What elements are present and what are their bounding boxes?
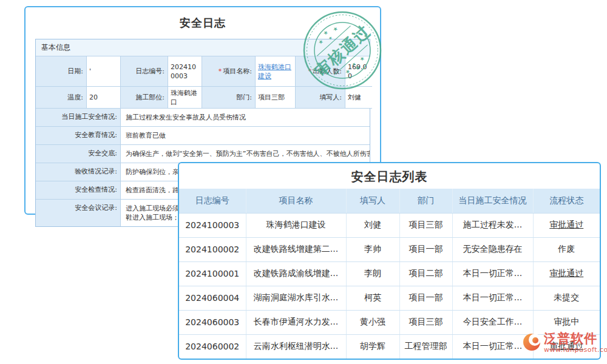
field-label: *项目名称: [202,56,256,87]
writer-link[interactable]: 柯英 [346,286,399,310]
field-label-text: 施工部位: [135,93,164,102]
dept-cell: 项目一部 [399,286,452,310]
field-label-text: 部门: [236,93,252,102]
dept-cell: 项目三部 [399,310,452,334]
table-row: 2024100002改建铁路线增建第二...李帅项目一部无安全隐患存在作废 [179,237,600,261]
field-value: 珠海鹤港口 [168,87,202,109]
dept-cell: 项目三部 [399,213,452,237]
field-value: 珠海鹤港口建设 [256,56,296,87]
column-header: 日志编号 [179,189,246,213]
detail-label: 安全检查情况: [36,181,121,199]
dept-cell: 项目二部 [399,261,452,286]
safety-status-cell: 本日一切正常... [452,286,533,310]
required-marker: * [219,67,222,76]
field-label: 部门: [202,87,256,109]
writer-link[interactable]: 黄小强 [346,310,399,334]
workflow-status-link[interactable]: 审批通过 [533,213,600,237]
writer-link[interactable]: 李帅 [346,237,399,261]
log-id-link[interactable]: 2024060004 [179,286,246,310]
log-id-link[interactable]: 2024060002 [179,334,246,359]
writer-link[interactable]: 胡学辉 [346,334,399,359]
field-value-text: 刘健 [348,93,361,102]
column-header: 项目名称 [246,189,346,213]
workflow-status-link[interactable]: 未提交 [533,286,600,310]
writer-link[interactable]: 刘健 [346,213,399,237]
project-link[interactable]: 珠海鹤港口建设 [246,213,346,237]
project-name-link[interactable]: 珠海鹤港口建设 [258,62,293,81]
detail-label: 安全会议记录: [36,200,121,226]
field-label-text: 项目名称: [223,67,252,76]
detail-value: 班前教育已做 [121,127,370,144]
field-label: 日期: [36,56,87,87]
column-header: 当日施工安全情况 [452,189,533,213]
table-row: 2024060003长春市伊通河水力发...黄小强项目三部今日安全工作...审批… [179,310,600,334]
column-header: 流程状态 [533,189,600,213]
safety-status-cell: 施工过程未发... [452,213,533,237]
field-label-text: 出勤人数: [313,67,342,76]
field-value-text: 珠海鹤港口 [171,89,199,107]
project-link[interactable]: 改建铁路成渝线增建... [246,261,346,286]
fanpu-watermark: 泛普软件 www.fanpusoft.com [522,331,607,354]
field-label-text: 温度: [67,93,83,102]
field-value: 2024100003 [168,56,202,87]
form-detail-row: 安全教育情况:班前教育已做 [36,127,370,145]
safety-status-cell: 本日一切正常... [452,334,533,359]
field-label: 日志编号: [121,56,168,87]
detail-label: 安全教育情况: [36,127,121,144]
field-value: 20 [87,87,121,109]
project-link[interactable]: 云南水利枢纽潜明水... [246,334,346,359]
log-id-link[interactable]: 2024060003 [179,310,246,334]
project-link[interactable]: 湖南洞庭湖水库引水... [246,286,346,310]
field-label: 填写人: [296,87,345,109]
field-value-text: 项目三部 [258,93,285,102]
table-row: 2024100003珠海鹤港口建设刘健项目三部施工过程未发...审批通过 [179,213,600,237]
watermark-brand: 泛普软件 [544,331,607,346]
form-field-grid: 日期:'日志编号:2024100003*项目名称:珠海鹤港口建设*出勤人数:16… [36,56,370,109]
detail-label: 验收情况记录: [36,163,121,181]
column-header: 部门 [399,189,452,213]
log-id-link[interactable]: 2024100001 [179,261,246,286]
workflow-status-link[interactable]: 审批通过 [533,261,600,286]
field-value-text: ' [89,67,91,76]
log-id-link[interactable]: 2024100003 [179,213,246,237]
list-title: 安全日志列表 [179,163,600,189]
form-detail-row: 当日施工安全情况:施工过程未发生安全事故及人员受伤情况 [36,109,370,127]
project-link[interactable]: 长春市伊通河水力发... [246,310,346,334]
safety-status-cell: 今日安全工作... [452,310,533,334]
safety-status-cell: 本日一切正常... [452,261,533,286]
page: 安全日志 基本信息 日期:'日志编号:2024100003*项目名称:珠海鹤港口… [0,0,607,364]
field-label: 施工部位: [121,87,168,109]
detail-label: 安全交底: [36,145,121,163]
field-value: ' [87,56,121,87]
required-marker: * [308,67,312,76]
table-row: 2024060004湖南洞庭湖水库引水...柯英项目一部本日一切正常...未提交 [179,286,600,310]
field-label-text: 日期: [67,67,83,76]
workflow-status-link[interactable]: 作废 [533,237,600,261]
field-label-text: 填写人: [319,93,342,102]
detail-value: 为确保生产，做到“安全第一、预防为主”不伤害自己，不伤害他人、不被他人所伤害。 [121,145,370,163]
dept-cell: 项目一部 [399,237,452,261]
writer-link[interactable]: 李朗 [346,261,399,286]
field-value: 项目三部 [256,87,296,109]
table-row: 2024100001改建铁路成渝线增建...李朗项目二部本日一切正常...审批通… [179,261,600,286]
watermark-url: www.fanpusoft.com [544,346,607,354]
dept-cell: 工程管理部 [399,334,452,359]
column-header: 填写人 [346,189,399,213]
safety-log-list-window: 安全日志列表 日志编号项目名称填写人部门当日施工安全情况流程状态 2024100… [178,162,601,360]
workflow-status-link[interactable]: 审批中 [533,310,600,334]
field-label: *出勤人数: [296,56,345,87]
field-value-text: 20 [89,93,98,102]
field-value: 刘健 [345,87,372,109]
safety-status-cell: 无安全隐患存在 [452,237,533,261]
form-detail-row: 安全交底:为确保生产，做到“安全第一、预防为主”不伤害自己，不伤害他人、不被他人… [36,145,370,163]
form-title: 安全日志 [25,7,380,38]
table-header-row: 日志编号项目名称填写人部门当日施工安全情况流程状态 [179,189,600,213]
field-label-text: 日志编号: [135,67,164,76]
detail-value: 施工过程未发生安全事故及人员受伤情况 [121,109,370,126]
field-value: 169.00 [345,56,372,87]
detail-label: 当日施工安全情况: [36,109,121,126]
field-label: 温度: [36,87,87,109]
fanpu-logo-icon [522,331,543,352]
project-link[interactable]: 改建铁路线增建第二... [246,237,346,261]
log-id-link[interactable]: 2024100002 [179,237,246,261]
